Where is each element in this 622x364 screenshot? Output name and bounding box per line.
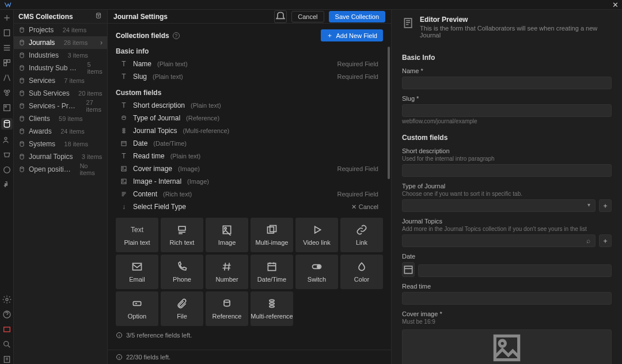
collection-item-awards[interactable]: Awards 24 items	[14, 125, 107, 138]
new-collection-icon[interactable]	[94, 12, 103, 21]
field-name[interactable]: TName(Plain text)Required Field	[116, 58, 383, 70]
text-icon: T	[120, 102, 127, 109]
apps-icon[interactable]: F	[2, 180, 12, 189]
sidebar-title: CMS Collections	[18, 13, 73, 21]
assets-icon[interactable]	[2, 103, 12, 112]
svg-rect-0	[4, 30, 9, 36]
type-email[interactable]: Email	[116, 255, 158, 289]
type-file[interactable]: File	[161, 291, 203, 326]
type-switch[interactable]: Switch	[295, 255, 338, 289]
svg-point-8	[5, 106, 6, 108]
field-read-time[interactable]: TRead time(Plain text)	[116, 150, 383, 162]
svg-point-27	[20, 129, 24, 131]
type-multi-reference[interactable]: Multi-reference	[251, 291, 293, 326]
short-desc-input[interactable]	[402, 164, 612, 177]
collection-fields-heading: Collection fields	[116, 32, 169, 40]
svg-rect-35	[122, 142, 126, 146]
styles-icon[interactable]	[2, 88, 12, 97]
svg-point-13	[6, 298, 8, 301]
field-image-internal[interactable]: Image - Internal(Image)	[116, 175, 383, 188]
help-icon[interactable]: ?	[173, 32, 180, 39]
variables-icon[interactable]	[2, 73, 12, 82]
collection-item-journals[interactable]: Journals 28 items›	[14, 36, 107, 49]
reference-fields-note: 3/5 reference fields left.	[116, 329, 383, 341]
svg-rect-3	[3, 63, 6, 66]
calendar-button[interactable]	[402, 262, 415, 277]
type-option[interactable]: Option	[116, 291, 158, 326]
settings-icon[interactable]	[2, 295, 12, 304]
add-new-field-button[interactable]: ＋Add New Field	[321, 29, 383, 41]
slug-input[interactable]	[402, 104, 612, 117]
video-icon[interactable]	[2, 325, 12, 334]
collection-item-systems[interactable]: Systems 18 items	[14, 138, 107, 150]
richtext-icon	[176, 224, 188, 236]
type-color[interactable]: Color	[340, 255, 383, 289]
type-phone[interactable]: Phone	[161, 255, 203, 289]
left-icon-rail: F	[0, 10, 14, 364]
logic-icon[interactable]	[2, 165, 12, 175]
collection-item-industries[interactable]: Industries 3 items	[14, 49, 107, 62]
field-type-grid: TextPlain text Rich text Image Multi-ima…	[116, 218, 383, 326]
notifications-icon[interactable]	[274, 10, 287, 23]
search-icon[interactable]	[2, 340, 12, 349]
select-cancel-button[interactable]: ✕Cancel	[351, 203, 378, 211]
type-datetime[interactable]: Date/Time	[251, 255, 293, 289]
save-collection-button[interactable]: Save Collection	[329, 11, 385, 22]
field-journal-topics[interactable]: Journal Topics(Multi-reference)	[116, 124, 383, 137]
components-icon[interactable]	[2, 58, 12, 67]
type-video-link[interactable]: Video link	[295, 218, 338, 252]
type-select[interactable]	[402, 199, 596, 212]
audit-icon[interactable]	[2, 355, 12, 364]
collection-item-open-positions[interactable]: Open positions No items	[14, 163, 107, 176]
navigator-icon[interactable]	[2, 43, 12, 52]
type-reference[interactable]: Reference	[206, 291, 248, 326]
type-number[interactable]: Number	[206, 255, 248, 289]
field-slug[interactable]: TSlug(Plain text)Required Field	[116, 70, 383, 83]
date-input[interactable]	[418, 264, 612, 277]
svg-point-51	[270, 299, 274, 301]
window-close-icon[interactable]: ✕	[612, 1, 619, 9]
svg-point-32	[123, 128, 126, 130]
type-multi-image[interactable]: Multi-image	[251, 218, 293, 252]
topics-label: Journal Topics	[402, 218, 612, 225]
cms-icon[interactable]	[1, 118, 13, 130]
collection-item-clients[interactable]: Clients 59 items	[14, 112, 107, 125]
field-date[interactable]: Date(Date/Time)	[116, 137, 383, 150]
svg-point-52	[270, 302, 274, 304]
type-link[interactable]: Link	[340, 218, 383, 252]
field-type-journal[interactable]: Type of Journal(Reference)	[116, 112, 383, 124]
type-image[interactable]: Image	[206, 218, 248, 252]
svg-text:F: F	[5, 183, 7, 188]
cover-image-drop[interactable]	[402, 329, 612, 364]
collection-item-journal-topics[interactable]: Journal Topics 3 items	[14, 150, 107, 163]
help-icon[interactable]	[2, 310, 12, 319]
add-icon[interactable]	[2, 13, 12, 22]
field-content[interactable]: Content(Rich text)Required Field	[116, 188, 383, 200]
pages-icon[interactable]	[2, 28, 12, 37]
collection-item-projects[interactable]: Projects 24 items	[14, 24, 107, 36]
color-icon	[356, 261, 367, 272]
topics-search-input[interactable]	[402, 234, 596, 247]
ecommerce-icon[interactable]	[2, 150, 12, 160]
collection-item-services-process[interactable]: Services - Process of... 27 items	[14, 100, 107, 112]
topics-add-button[interactable]: ＋	[599, 234, 612, 247]
collection-item-industry-sub[interactable]: Industry Sub services 5 items	[14, 62, 107, 74]
calendar-icon	[266, 261, 278, 272]
collection-item-sub-services[interactable]: Sub Services 20 items	[14, 87, 107, 100]
select-field-type-row: ↓ Select Field Type ✕Cancel	[116, 200, 383, 213]
field-cover-image[interactable]: Cover image(Image)Required Field	[116, 162, 383, 175]
svg-rect-15	[3, 327, 10, 332]
type-plain-text[interactable]: TextPlain text	[116, 218, 158, 252]
type-rich-text[interactable]: Rich text	[161, 218, 203, 252]
field-short-description[interactable]: TShort description(Plain text)	[116, 99, 383, 112]
cancel-button[interactable]: Cancel	[291, 11, 324, 22]
readtime-input[interactable]	[402, 292, 612, 305]
svg-point-19	[20, 28, 24, 29]
users-icon[interactable]	[2, 135, 12, 145]
short-desc-hint: Used for the internal intro paragraph	[402, 156, 612, 162]
scrollbar[interactable]	[388, 24, 390, 350]
name-input[interactable]	[402, 77, 612, 89]
type-add-button[interactable]: ＋	[599, 199, 612, 212]
cover-label: Cover image *	[402, 310, 612, 317]
collection-item-services[interactable]: Services 7 items	[14, 74, 107, 87]
